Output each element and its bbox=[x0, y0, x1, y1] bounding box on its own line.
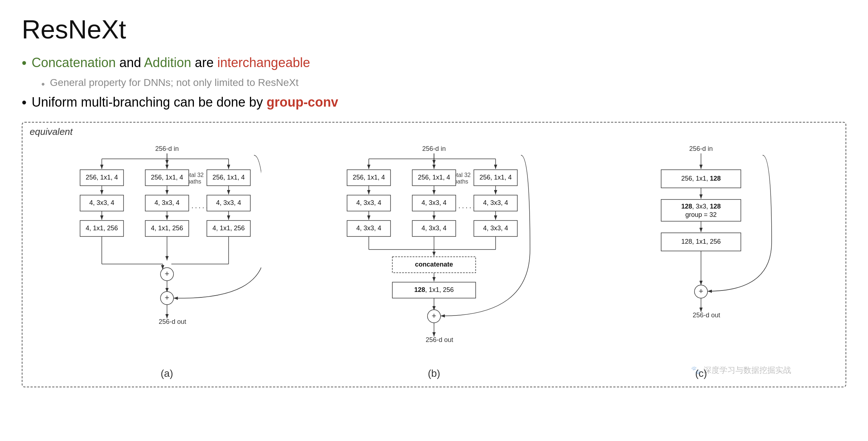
svg-text:4, 1x1, 256: 4, 1x1, 256 bbox=[85, 224, 118, 232]
svg-text:· · · · ·: · · · · · bbox=[191, 204, 208, 211]
uniform-text: Uniform multi-branching can be done by bbox=[32, 95, 266, 110]
svg-text:256, 1x1, 128: 256, 1x1, 128 bbox=[681, 175, 721, 182]
svg-text:128, 1x1, 256: 128, 1x1, 256 bbox=[681, 238, 721, 245]
diagram-c-svg: 256-d in 256, 1x1, 128 128, 3x3, 128 gro… bbox=[629, 141, 773, 366]
svg-text:+: + bbox=[164, 293, 169, 302]
svg-text:+: + bbox=[699, 287, 704, 296]
svg-text:256, 1x1, 4: 256, 1x1, 4 bbox=[352, 174, 385, 181]
equivalent-label: equivalent bbox=[30, 126, 73, 137]
svg-text:4, 3x3, 4: 4, 3x3, 4 bbox=[216, 199, 241, 206]
svg-text:paths: paths bbox=[454, 178, 468, 185]
svg-text:4, 3x3, 4: 4, 3x3, 4 bbox=[89, 199, 114, 206]
and-text: and bbox=[120, 55, 144, 70]
page-title: ResNeXt bbox=[22, 15, 846, 44]
group-conv-text: group-conv bbox=[267, 95, 338, 110]
svg-text:128, 1x1, 256: 128, 1x1, 256 bbox=[414, 286, 454, 293]
bullet-text-2: Uniform multi-branching can be done by g… bbox=[32, 95, 338, 110]
c-input-label: 256-d in bbox=[689, 145, 713, 152]
sub-dot: • bbox=[41, 77, 45, 91]
svg-text:concatenate: concatenate bbox=[415, 261, 453, 268]
diagram-container: equivalent 256-d in bbox=[22, 122, 846, 387]
sub-bullet-text: General property for DNNs; not only limi… bbox=[50, 77, 299, 88]
svg-text:4, 3x3, 4: 4, 3x3, 4 bbox=[483, 224, 508, 232]
svg-text:+: + bbox=[432, 311, 437, 320]
watermark-text: 深度学习与数据挖掘实战 bbox=[704, 365, 791, 376]
bullet-dot-1: • bbox=[22, 55, 26, 72]
diagram-sections: 256-d in total 32 paths 256, 1x1, 4 4, 3… bbox=[33, 141, 835, 379]
concatenation-text: Concatenation bbox=[32, 55, 116, 70]
caption-b: (b) bbox=[428, 368, 440, 379]
diagram-section-b: 256-d in total 32 paths 256, 1x1, 4 4, 3… bbox=[300, 141, 567, 379]
svg-text:256-d out: 256-d out bbox=[159, 318, 186, 325]
bullet-dot-2: • bbox=[22, 95, 26, 111]
bullet-sub-1: • General property for DNNs; not only li… bbox=[41, 77, 846, 91]
diagram-a-svg: 256-d in total 32 paths 256, 1x1, 4 4, 3… bbox=[73, 141, 261, 366]
bullet-text-1: Concatenation and Addition are interchan… bbox=[32, 55, 310, 70]
svg-text:256-d out: 256-d out bbox=[693, 312, 720, 319]
diagram-b-svg: 256-d in total 32 paths 256, 1x1, 4 4, 3… bbox=[336, 141, 532, 366]
svg-text:group = 32: group = 32 bbox=[685, 211, 717, 218]
caption-a: (a) bbox=[161, 368, 173, 379]
svg-text:4, 3x3, 4: 4, 3x3, 4 bbox=[356, 199, 381, 206]
watermark: 🐾 深度学习与数据挖掘实战 bbox=[691, 365, 791, 376]
svg-text:256, 1x1, 4: 256, 1x1, 4 bbox=[212, 174, 245, 181]
svg-text:4, 3x3, 4: 4, 3x3, 4 bbox=[483, 199, 508, 206]
svg-text:4, 3x3, 4: 4, 3x3, 4 bbox=[154, 199, 179, 206]
svg-text:256, 1x1, 4: 256, 1x1, 4 bbox=[479, 174, 512, 181]
a-input-label: 256-d in bbox=[155, 145, 179, 152]
svg-text:· · · · ·: · · · · · bbox=[458, 204, 475, 211]
bullet-list: • Concatenation and Addition are interch… bbox=[22, 55, 846, 111]
bullet-item-1: • Concatenation and Addition are interch… bbox=[22, 55, 846, 72]
svg-text:paths: paths bbox=[187, 178, 201, 185]
svg-text:4, 3x3, 4: 4, 3x3, 4 bbox=[421, 199, 446, 206]
are-text: are bbox=[195, 55, 217, 70]
svg-text:256-d out: 256-d out bbox=[426, 336, 453, 343]
diagram-section-a: 256-d in total 32 paths 256, 1x1, 4 4, 3… bbox=[33, 141, 300, 379]
interchangeable-text: interchangeable bbox=[217, 55, 310, 70]
diagram-section-c: 256-d in 256, 1x1, 128 128, 3x3, 128 gro… bbox=[568, 141, 835, 379]
svg-text:256, 1x1, 4: 256, 1x1, 4 bbox=[418, 174, 450, 181]
svg-text:+: + bbox=[164, 269, 169, 278]
svg-text:4, 1x1, 256: 4, 1x1, 256 bbox=[212, 224, 245, 232]
addition-text: Addition bbox=[144, 55, 191, 70]
svg-text:128, 3x3, 128: 128, 3x3, 128 bbox=[681, 203, 721, 210]
bullet-item-2: • Uniform multi-branching can be done by… bbox=[22, 95, 846, 111]
svg-text:4, 3x3, 4: 4, 3x3, 4 bbox=[356, 224, 381, 232]
svg-text:256, 1x1, 4: 256, 1x1, 4 bbox=[151, 174, 183, 181]
svg-text:256, 1x1, 4: 256, 1x1, 4 bbox=[85, 174, 118, 181]
svg-text:4, 1x1, 256: 4, 1x1, 256 bbox=[151, 224, 183, 232]
watermark-icon: 🐾 bbox=[691, 366, 701, 375]
svg-text:4, 3x3, 4: 4, 3x3, 4 bbox=[421, 224, 446, 232]
b-input-label: 256-d in bbox=[422, 145, 446, 152]
